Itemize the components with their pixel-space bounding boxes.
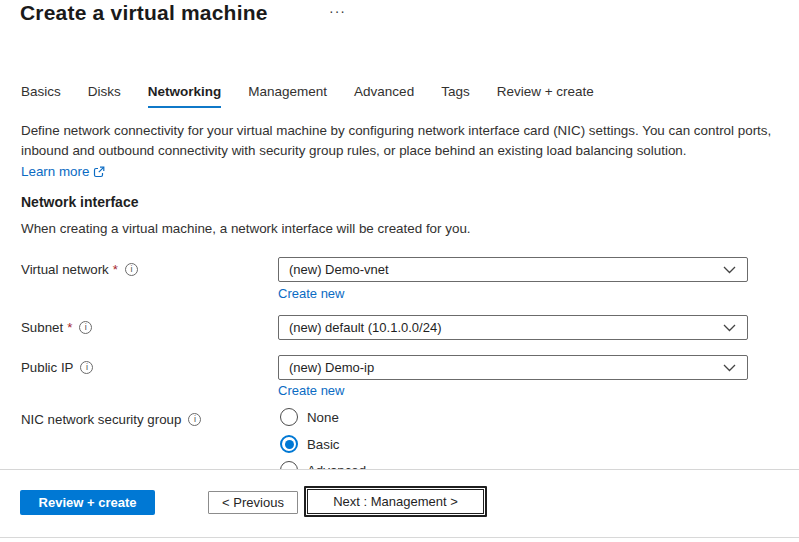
tab-disks[interactable]: Disks (88, 84, 121, 108)
tab-tags[interactable]: Tags (441, 84, 470, 108)
radio-basic-label: Basic (307, 437, 340, 452)
tab-networking[interactable]: Networking (148, 84, 222, 108)
footer-bar: Review + create < Previous Next : Manage… (0, 470, 799, 537)
nic-nsg-option-advanced[interactable]: Advanced (280, 461, 366, 469)
page-title: Create a virtual machine (20, 1, 268, 25)
required-marker: * (67, 320, 72, 335)
section-description: When creating a virtual machine, a netwo… (21, 221, 471, 236)
nic-nsg-label-text: NIC network security group (21, 412, 181, 427)
subnet-label: Subnet * i (21, 315, 92, 340)
subnet-select[interactable]: (new) default (10.1.0.0/24) (278, 315, 748, 340)
previous-button[interactable]: < Previous (208, 491, 298, 514)
public-ip-label: Public IP i (21, 355, 93, 380)
bottom-border (0, 537, 799, 538)
networking-tab-content: Create a virtual machine ··· Basics Disk… (0, 0, 799, 469)
section-heading: Network interface (21, 194, 138, 210)
radio-none[interactable] (280, 408, 298, 426)
create-new-virtual-network-link[interactable]: Create new (278, 286, 344, 301)
public-ip-label-text: Public IP (21, 360, 73, 375)
info-icon[interactable]: i (125, 263, 138, 276)
info-icon[interactable]: i (80, 361, 93, 374)
info-icon[interactable]: i (79, 321, 92, 334)
tab-review-create[interactable]: Review + create (497, 84, 594, 108)
tab-advanced[interactable]: Advanced (354, 84, 414, 108)
learn-more-link[interactable]: Learn more (21, 162, 105, 182)
create-vm-page: Create a virtual machine ··· Basics Disk… (0, 0, 799, 542)
external-link-icon (93, 166, 105, 178)
learn-more-label: Learn more (21, 162, 89, 182)
nic-nsg-label: NIC network security group i (21, 407, 201, 432)
intro-block: Define network connectivity for your vir… (21, 121, 773, 182)
tab-bar: Basics Disks Networking Management Advan… (21, 84, 594, 108)
virtual-network-select[interactable]: (new) Demo-vnet (278, 257, 748, 282)
public-ip-value: (new) Demo-ip (289, 360, 374, 375)
virtual-network-label-text: Virtual network (21, 262, 109, 277)
create-new-public-ip-link[interactable]: Create new (278, 383, 344, 398)
chevron-down-icon (723, 364, 736, 372)
radio-advanced[interactable] (280, 461, 298, 469)
chevron-down-icon (723, 266, 736, 274)
nic-nsg-option-basic[interactable]: Basic (280, 435, 340, 453)
info-icon[interactable]: i (188, 413, 201, 426)
review-create-button[interactable]: Review + create (20, 490, 155, 515)
tab-basics[interactable]: Basics (21, 84, 61, 108)
subnet-label-text: Subnet (21, 320, 63, 335)
tab-management[interactable]: Management (248, 84, 327, 108)
next-management-button[interactable]: Next : Management > (304, 486, 487, 517)
public-ip-select[interactable]: (new) Demo-ip (278, 355, 748, 380)
virtual-network-value: (new) Demo-vnet (289, 262, 389, 277)
intro-text: Define network connectivity for your vir… (21, 123, 771, 158)
virtual-network-label: Virtual network * i (21, 257, 138, 282)
chevron-down-icon (723, 324, 736, 332)
nic-nsg-option-none[interactable]: None (280, 408, 339, 426)
more-options-icon[interactable]: ··· (329, 1, 346, 21)
subnet-value: (new) default (10.1.0.0/24) (289, 320, 441, 335)
required-marker: * (113, 262, 118, 277)
radio-none-label: None (307, 410, 339, 425)
radio-basic[interactable] (280, 435, 298, 453)
